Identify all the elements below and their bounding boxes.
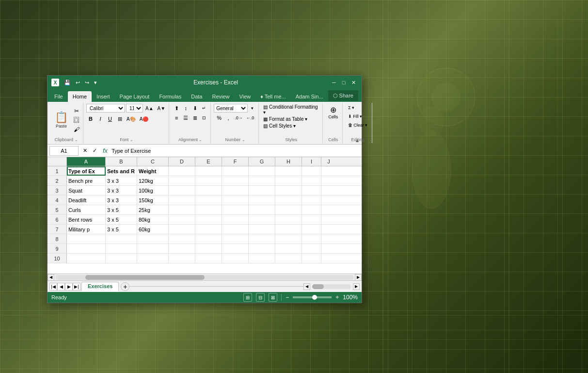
cell-j7[interactable]	[321, 225, 336, 234]
cell-j6[interactable]	[321, 215, 336, 224]
cell-e7[interactable]	[195, 225, 222, 234]
cell-d10[interactable]	[169, 254, 195, 263]
cell-a1[interactable]: Type of Ex	[67, 166, 106, 176]
cell-styles-button[interactable]: ▧ Cell Styles ▾	[262, 123, 297, 129]
cell-g5[interactable]	[249, 205, 275, 214]
cell-h2[interactable]	[275, 176, 302, 185]
cell-j1[interactable]	[321, 166, 336, 176]
italic-button[interactable]: I	[96, 114, 105, 123]
align-center-button[interactable]: ☰	[181, 114, 190, 122]
page-break-view-button[interactable]: ⊠	[269, 293, 277, 302]
tab-file[interactable]: File	[49, 91, 68, 102]
close-button[interactable]: ✕	[349, 78, 358, 87]
cell-g3[interactable]	[249, 186, 275, 195]
cell-f6[interactable]	[222, 215, 249, 224]
cell-a5[interactable]: Curls	[67, 205, 106, 214]
row-num-9[interactable]: 9	[48, 244, 67, 253]
increase-font-button[interactable]: A▲	[144, 104, 155, 113]
cell-d7[interactable]	[169, 225, 195, 234]
cell-j5[interactable]	[321, 205, 336, 214]
cell-b1[interactable]: Sets and R	[106, 166, 137, 176]
cell-a3[interactable]: Squat	[67, 186, 106, 195]
cell-i9[interactable]	[302, 244, 321, 253]
cell-g4[interactable]	[249, 195, 275, 205]
cell-d1[interactable]	[169, 166, 195, 176]
cell-c1[interactable]: Weight	[137, 166, 169, 176]
row-num-4[interactable]: 4	[48, 195, 67, 205]
cell-i7[interactable]	[302, 225, 321, 234]
cut-button[interactable]: ✂	[72, 107, 81, 115]
cell-b4[interactable]: 3 x 3	[106, 195, 137, 205]
copy-button[interactable]: ⿴	[72, 116, 81, 125]
paste-button[interactable]: 📋 Paste	[51, 111, 71, 130]
cancel-formula-button[interactable]: ✕	[80, 146, 89, 155]
cell-c8[interactable]	[137, 234, 169, 243]
cell-c5[interactable]: 25kg	[137, 205, 169, 214]
cell-j4[interactable]	[321, 195, 336, 205]
cell-j10[interactable]	[321, 254, 336, 263]
cell-e3[interactable]	[195, 186, 222, 195]
sheet-nav-next[interactable]: ▶	[65, 283, 73, 291]
format-painter-button[interactable]: 🖌	[72, 125, 81, 134]
cell-e1[interactable]	[195, 166, 222, 176]
zoom-thumb[interactable]	[312, 295, 317, 300]
cell-h5[interactable]	[275, 205, 302, 214]
col-header-d[interactable]: D	[169, 157, 195, 166]
row-num-2[interactable]: 2	[48, 176, 67, 185]
minimize-button[interactable]: ─	[330, 78, 338, 87]
bold-button[interactable]: B	[86, 114, 95, 123]
cell-b9[interactable]	[106, 244, 137, 253]
tab-review[interactable]: Review	[207, 91, 234, 102]
autosum-button[interactable]: Σ ▾	[346, 104, 357, 112]
sheet-tab-exercises[interactable]: Exercises	[81, 282, 119, 292]
cell-i8[interactable]	[302, 234, 321, 243]
cell-j3[interactable]	[321, 186, 336, 195]
cell-e2[interactable]	[195, 176, 222, 185]
cell-f8[interactable]	[222, 234, 249, 243]
cell-i2[interactable]	[302, 176, 321, 185]
row-num-3[interactable]: 3	[48, 186, 67, 195]
cell-e9[interactable]	[195, 244, 222, 253]
sheet-nav-prev[interactable]: ◀	[57, 283, 65, 291]
cell-g2[interactable]	[249, 176, 275, 185]
fill-button[interactable]: ⬇ Fill ▾	[346, 113, 365, 120]
cell-c7[interactable]: 60kg	[137, 225, 169, 234]
col-header-c[interactable]: C	[137, 157, 169, 166]
cell-d2[interactable]	[169, 176, 195, 185]
cell-d5[interactable]	[169, 205, 195, 214]
redo-button[interactable]: ↪	[84, 79, 90, 86]
col-header-j[interactable]: J	[321, 157, 336, 166]
horizontal-scrollbar[interactable]: ◀ ▶	[48, 274, 362, 280]
cell-g8[interactable]	[249, 234, 275, 243]
cell-a10[interactable]	[67, 254, 106, 263]
cell-b5[interactable]: 3 x 5	[106, 205, 137, 214]
tab-data[interactable]: Data	[186, 91, 207, 102]
cell-c4[interactable]: 150kg	[137, 195, 169, 205]
col-header-f[interactable]: F	[222, 157, 249, 166]
cell-reference-input[interactable]: A1	[49, 146, 79, 156]
cell-a6[interactable]: Bent rows	[67, 215, 106, 224]
sheet-nav-last[interactable]: ▶|	[73, 283, 80, 291]
font-family-select[interactable]: Calibri	[86, 104, 125, 113]
cell-g6[interactable]	[249, 215, 275, 224]
comma-button[interactable]: ,	[224, 114, 233, 122]
zoom-slider[interactable]	[293, 296, 332, 298]
cell-b10[interactable]	[106, 254, 137, 263]
cell-g9[interactable]	[249, 244, 275, 253]
cell-g7[interactable]	[249, 225, 275, 234]
confirm-formula-button[interactable]: ✓	[90, 146, 99, 155]
row-num-10[interactable]: 10	[48, 254, 67, 263]
page-layout-view-button[interactable]: ⊟	[256, 293, 265, 302]
cell-a8[interactable]	[67, 234, 106, 243]
col-header-e[interactable]: E	[195, 157, 222, 166]
cell-j9[interactable]	[321, 244, 336, 253]
cell-i4[interactable]	[302, 195, 321, 205]
col-header-i[interactable]: I	[302, 157, 321, 166]
cell-e10[interactable]	[195, 254, 222, 263]
row-num-8[interactable]: 8	[48, 234, 67, 243]
row-num-1[interactable]: 1	[48, 166, 67, 176]
merge-center-button[interactable]: ⊡	[200, 114, 208, 122]
align-left-button[interactable]: ≡	[172, 114, 181, 122]
h-scroll-track[interactable]	[55, 275, 354, 280]
row-num-6[interactable]: 6	[48, 215, 67, 224]
